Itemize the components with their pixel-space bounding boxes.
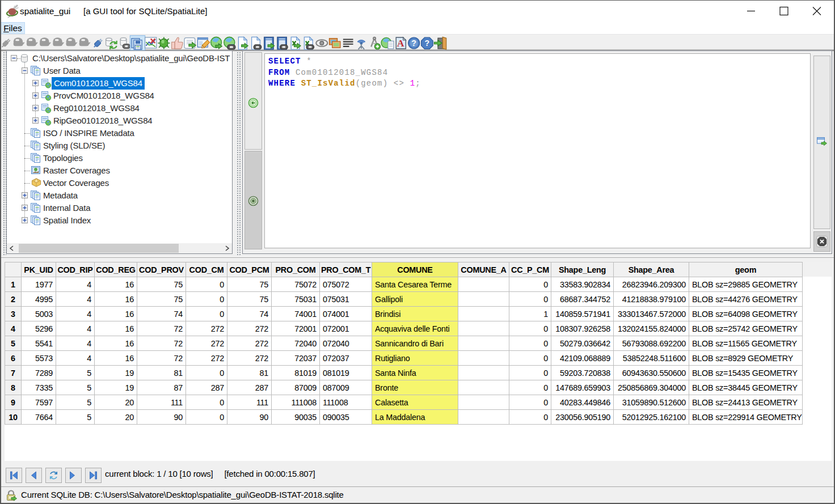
- svg-text:?: ?: [411, 39, 416, 48]
- svg-text:A: A: [397, 37, 404, 49]
- svg-text:?: ?: [425, 39, 430, 48]
